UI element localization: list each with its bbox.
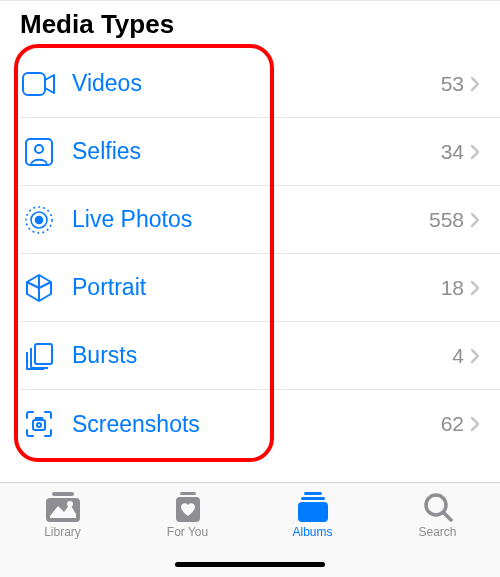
row-screenshots[interactable]: Screenshots 62: [20, 390, 500, 458]
chevron-right-icon: [466, 75, 484, 93]
livephotos-icon: [20, 201, 58, 239]
tab-label: Library: [44, 525, 81, 539]
albums-icon: [295, 491, 331, 523]
section-title: Media Types: [0, 0, 500, 50]
tab-label: Search: [418, 525, 456, 539]
row-count: 558: [429, 208, 464, 232]
row-portrait[interactable]: Portrait 18: [20, 254, 500, 322]
svg-rect-12: [180, 492, 196, 495]
search-icon: [420, 491, 456, 523]
row-count: 53: [441, 72, 464, 96]
svg-rect-6: [35, 344, 52, 364]
home-indicator[interactable]: [175, 562, 325, 567]
media-types-list: Videos 53 Selfies 34: [0, 50, 500, 458]
svg-rect-16: [298, 502, 328, 522]
svg-point-3: [36, 216, 43, 223]
row-label: Portrait: [58, 274, 441, 301]
row-label: Bursts: [58, 342, 452, 369]
svg-point-2: [35, 145, 43, 153]
svg-rect-10: [46, 498, 80, 522]
svg-point-8: [37, 423, 41, 427]
row-label: Selfies: [58, 138, 441, 165]
row-label: Screenshots: [58, 411, 441, 438]
portrait-icon: [20, 269, 58, 307]
row-label: Videos: [58, 70, 441, 97]
selfies-icon: [20, 133, 58, 171]
chevron-right-icon: [466, 347, 484, 365]
tab-label: For You: [167, 525, 208, 539]
row-bursts[interactable]: Bursts 4: [20, 322, 500, 390]
tab-library[interactable]: Library: [13, 491, 113, 577]
row-selfies[interactable]: Selfies 34: [20, 118, 500, 186]
tab-label: Albums: [292, 525, 332, 539]
row-videos[interactable]: Videos 53: [20, 50, 500, 118]
svg-rect-15: [301, 497, 325, 500]
chevron-right-icon: [466, 415, 484, 433]
screenshots-icon: [20, 405, 58, 443]
row-label: Live Photos: [58, 206, 429, 233]
row-count: 62: [441, 412, 464, 436]
row-livephotos[interactable]: Live Photos 558: [20, 186, 500, 254]
chevron-right-icon: [466, 279, 484, 297]
chevron-right-icon: [466, 211, 484, 229]
svg-point-11: [67, 501, 73, 507]
row-count: 18: [441, 276, 464, 300]
row-count: 34: [441, 140, 464, 164]
library-icon: [45, 491, 81, 523]
row-count: 4: [452, 344, 464, 368]
svg-rect-0: [23, 73, 45, 95]
video-icon: [20, 65, 58, 103]
tab-search[interactable]: Search: [388, 491, 488, 577]
chevron-right-icon: [466, 143, 484, 161]
svg-rect-14: [304, 492, 322, 495]
bursts-icon: [20, 337, 58, 375]
svg-rect-7: [33, 420, 45, 430]
svg-rect-9: [52, 492, 74, 496]
foryou-icon: [170, 491, 206, 523]
